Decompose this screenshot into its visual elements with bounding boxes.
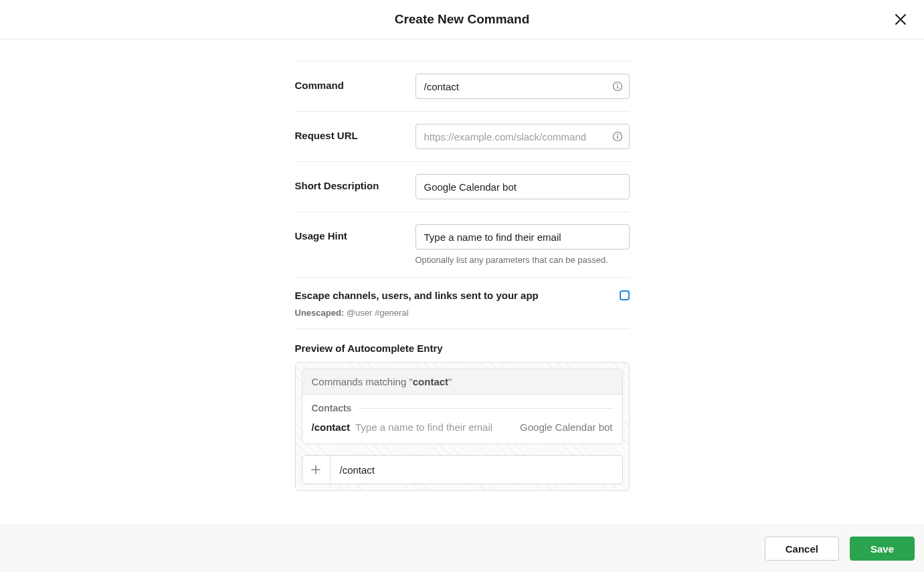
escape-sub-value: @user #general bbox=[347, 308, 409, 318]
info-icon[interactable] bbox=[612, 81, 623, 92]
plus-button[interactable] bbox=[302, 456, 331, 484]
request-url-label: Request URL bbox=[295, 124, 415, 141]
plus-icon bbox=[310, 464, 321, 475]
matching-prefix: Commands matching " bbox=[312, 376, 413, 387]
close-icon bbox=[895, 13, 907, 25]
svg-rect-2 bbox=[617, 86, 618, 89]
matching-suffix: " bbox=[448, 376, 452, 387]
compose-text: /contact bbox=[331, 456, 622, 484]
row-short-description: Short Description bbox=[295, 161, 630, 211]
autocomplete-body: Contacts /contact Type a name to find th… bbox=[302, 395, 622, 444]
usage-hint-input[interactable] bbox=[415, 224, 630, 250]
short-description-label: Short Description bbox=[295, 174, 415, 191]
close-button[interactable] bbox=[892, 11, 909, 28]
preview-section: Preview of Autocomplete Entry Commands m… bbox=[295, 343, 630, 491]
autocomplete-entry: /contact Type a name to find their email… bbox=[312, 421, 613, 433]
escape-label: Escape channels, users, and links sent t… bbox=[295, 290, 539, 301]
autocomplete-header: Commands matching "contact" bbox=[302, 369, 622, 395]
form-content: Command Request URL Short Description bbox=[295, 39, 630, 491]
preview-box: Commands matching "contact" Contacts /co… bbox=[295, 362, 630, 491]
usage-hint-help: Optionally list any parameters that can … bbox=[415, 255, 630, 265]
entry-description: Google Calendar bot bbox=[520, 421, 612, 433]
entry-command: /contact bbox=[312, 421, 351, 433]
svg-point-1 bbox=[617, 84, 618, 85]
autocomplete-group: Contacts bbox=[312, 403, 613, 413]
row-usage-hint: Usage Hint Optionally list any parameter… bbox=[295, 211, 630, 277]
escape-sub-label: Unescaped: bbox=[295, 308, 345, 318]
cancel-button[interactable]: Cancel bbox=[765, 537, 839, 561]
usage-hint-label: Usage Hint bbox=[295, 224, 415, 242]
command-label: Command bbox=[295, 74, 415, 91]
save-button[interactable]: Save bbox=[850, 537, 915, 561]
entry-hint: Type a name to find their email bbox=[355, 421, 515, 433]
info-icon[interactable] bbox=[612, 131, 623, 142]
modal-header: Create New Command bbox=[0, 0, 924, 39]
compose-row: /contact bbox=[302, 455, 623, 484]
row-request-url: Request URL bbox=[295, 111, 630, 161]
row-command: Command bbox=[295, 61, 630, 111]
command-input[interactable] bbox=[415, 74, 630, 99]
preview-title: Preview of Autocomplete Entry bbox=[295, 343, 630, 354]
group-divider bbox=[358, 408, 612, 409]
svg-point-4 bbox=[617, 134, 618, 135]
request-url-input[interactable] bbox=[415, 124, 630, 149]
autocomplete-card: Commands matching "contact" Contacts /co… bbox=[302, 369, 623, 444]
row-escape: Escape channels, users, and links sent t… bbox=[295, 277, 630, 329]
modal-footer: Cancel Save bbox=[0, 525, 924, 572]
group-label: Contacts bbox=[312, 403, 352, 413]
matching-term: contact bbox=[413, 376, 448, 387]
short-description-input[interactable] bbox=[415, 174, 630, 199]
modal-title: Create New Command bbox=[395, 12, 530, 27]
escape-subtext: Unescaped: @user #general bbox=[295, 308, 630, 318]
svg-rect-5 bbox=[617, 136, 618, 139]
escape-checkbox[interactable] bbox=[620, 290, 630, 300]
